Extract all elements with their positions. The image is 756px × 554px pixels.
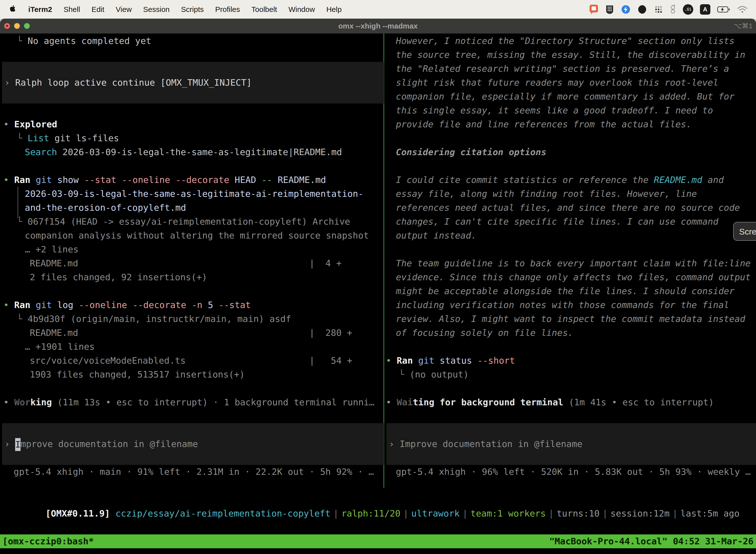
tmux-host-clock: "MacBook-Pro-44.local" 04:52 31-Mar-26 [549,535,754,548]
menu-shell[interactable]: Shell [63,5,80,14]
menu-view[interactable]: View [116,5,132,14]
prompt-input-right[interactable]: › Improve documentation in @filename [386,423,756,465]
omx-turns: turns:10 [557,508,600,518]
chat-app-icon[interactable] [589,4,598,15]
thinking-para3-line5: review. Also, I might want to inspect th… [385,312,756,326]
omx-branch: cczip/essay/ai-reimplementation-copyleft [115,508,330,518]
git-show-wrap1: 2026-03-09-is-legal-the-same-as-legitima… [0,187,383,201]
thinking-para2-line1: I could cite commit statistics or refere… [385,173,756,187]
thinking-para2-line2: essay file, along with finding root file… [385,187,756,201]
thinking-para3-line3: might be acceptable alongside the file l… [385,284,756,298]
thinking-para3-line2: evidence. Since this change only affects… [385,270,756,284]
git-show-output2: companion analysis without altering the … [0,229,383,242]
readme-link: README.md [654,175,702,185]
window-shortcut-badge: ⌥⌘1 [734,19,753,34]
dots-grid-icon[interactable] [654,5,663,14]
git-show-stat2: 2 files changed, 92 insertions(+) [0,270,383,284]
thinking-para1-line6: this single essay, it seems like a good … [385,104,756,117]
text-cursor: I [15,438,20,451]
explored-search-line: Search 2026-03-09-is-legal-the-same-as-l… [0,145,383,159]
git-log-stat2: src/voice/voiceModeEnabled.ts | 54 + [0,354,383,368]
menu-toolbelt[interactable]: Toolbelt [252,5,277,14]
screen: iTerm2 Shell Edit View Session Scripts P… [0,0,756,554]
prompt-input-left[interactable]: › Improve documentation in @filename [2,423,384,465]
thinking-heading: Considering citation options [385,145,756,159]
thinking-para1-line3: the "Related research writing" section i… [385,62,756,76]
crescent-icon[interactable] [637,4,647,14]
explored-list-line: └ List git ls-files [0,131,383,145]
terminal-area: └ No agents completed yet › Ralph loop a… [0,34,756,554]
git-log-stat3: 1903 files changed, 513517 insertions(+) [0,368,383,382]
menu-edit[interactable]: Edit [91,5,105,14]
git-show-command: • Ran git show --stat --oneline --decora… [0,173,383,187]
menu-help[interactable]: Help [326,5,342,14]
agents-note-line: └ No agents completed yet [0,34,383,48]
git-status-output: └ (no output) [385,368,756,382]
git-log-stat1: README.md | 280 + [0,326,383,340]
menu-bar-status-icons: ..61 A [589,4,748,15]
thinking-para3-line1: The team guideline is to back every impo… [385,257,756,270]
tmux-session-name: [omx-cczip0:bash* [2,535,94,548]
thinking-para3-line6: of focusing solely on file lines. [385,326,756,340]
thinking-para2-line3: references need actual files, and since … [385,201,756,215]
thinking-para3-line4: including verification notes with those … [385,298,756,312]
menu-session[interactable]: Session [143,5,170,14]
omx-version: [OMX#0.11.9] [45,508,110,518]
tmux-status-bar: [omx-cczip0:bash* "MacBook-Pro-44.local"… [0,535,756,548]
battery-icon[interactable] [717,6,731,13]
apple-menu-icon[interactable] [8,4,17,14]
omx-ultrawork: ultrawork [411,508,460,518]
omx-status-line: [OMX#0.11.9]cczip/essay/ai-reimplementat… [0,493,756,507]
thinking-para1-line1: However, I noticed the "Directory Struct… [385,34,756,48]
git-log-output1: └ 4b9d30f (origin/main, instructkr/main,… [0,312,383,326]
wifi-icon[interactable] [737,6,748,13]
omx-last-activity: last:5m ago [680,508,739,518]
omx-team: team:1 workers [470,508,546,518]
screen-share-notification[interactable]: Scre [733,222,756,241]
blue-bolt-badge-icon[interactable] [621,4,631,14]
window-title: omx --xhigh --madmax [0,19,756,34]
omx-session-time: session:12m [611,508,670,518]
iterm-window: omx --xhigh --madmax ⌥⌘1 └ No agents com… [0,19,756,554]
thinking-para2-line4: changes, I can't cite specific file line… [385,215,756,229]
session-stats-left: gpt-5.4 xhigh · main · 91% left · 2.31M … [0,465,383,479]
git-show-stat1: README.md | 4 + [0,257,383,270]
squiggle-icon[interactable] [670,4,676,15]
inject-banner[interactable]: › Ralph loop active continue [OMX_TMUX_I… [2,62,384,104]
menu-profiles[interactable]: Profiles [215,5,240,14]
window-title-bar: omx --xhigh --madmax ⌥⌘1 [0,19,756,34]
git-show-wrap2: and-the-erosion-of-copyleft.md [0,201,383,215]
macos-menu-bar: iTerm2 Shell Edit View Session Scripts P… [0,0,756,19]
git-show-output1: └ 067f154 (HEAD -> essay/ai-reimplementa… [0,215,383,229]
session-stats-right: gpt-5.4 xhigh · 96% left · 520K in · 5.8… [385,465,756,479]
git-log-command: • Ran git log --oneline --decorate -n 5 … [0,298,383,312]
thinking-para1-line4: slight risk that future readers may over… [385,76,756,90]
git-show-more: … +2 lines [0,242,383,257]
thinking-para1-line7: provide file and line references from th… [385,117,756,131]
waiting-status-line: • Waiting for background terminal (1m 41… [385,395,756,409]
thinking-para1-line5: companion file, especially if more comme… [385,90,756,104]
menu-app-name[interactable]: iTerm2 [28,5,52,14]
menu-window[interactable]: Window [289,5,315,14]
menu-scripts[interactable]: Scripts [181,5,204,14]
git-log-more: … +1901 lines [0,340,383,354]
explored-header: • Explored [0,117,383,131]
thinking-para1-line2: the source tree, missing the essay. Stil… [385,48,756,62]
omx-ralph-count: ralph:11/20 [341,508,400,518]
working-status-line: • Working (11m 13s • esc to interrupt) ·… [0,395,383,409]
gauge-61-icon[interactable]: ..61 [683,4,693,15]
keypad-shield-icon[interactable] [605,4,614,14]
git-status-command: • Ran git status --short [385,354,756,368]
thinking-para2-line5: output instead. [385,229,756,242]
a-key-icon[interactable]: A [700,4,710,15]
